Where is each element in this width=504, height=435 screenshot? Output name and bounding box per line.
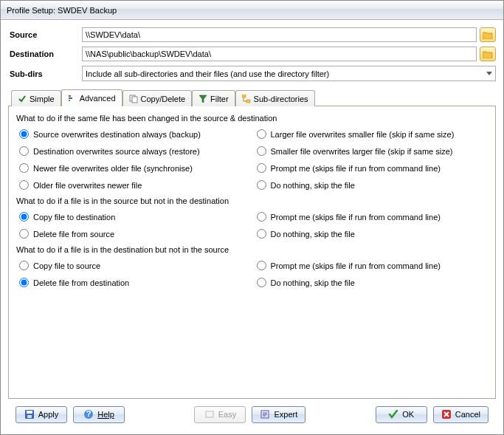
tab-label: Advanced bbox=[80, 94, 116, 103]
browse-destination-button[interactable] bbox=[480, 47, 496, 61]
folder-icon bbox=[483, 31, 493, 39]
funnel-icon bbox=[199, 95, 207, 103]
radio-copy-to-dest[interactable]: Copy file to destination bbox=[15, 208, 252, 225]
radio-input[interactable] bbox=[19, 261, 29, 270]
tab-copydelete[interactable]: Copy/Delete bbox=[122, 90, 193, 106]
subdirs-row: Sub-dirs Include all sub-directories and… bbox=[8, 66, 496, 81]
button-label: Cancel bbox=[455, 410, 480, 419]
radio-newer-overwrites[interactable]: Newer file overwrites older file (synchr… bbox=[15, 160, 252, 177]
radio-label: Delete file from source bbox=[33, 230, 114, 239]
radio-label: Do nothing, skip the file bbox=[271, 278, 355, 287]
radio-input[interactable] bbox=[19, 278, 29, 287]
expert-icon bbox=[260, 409, 270, 419]
conflict-radios: Source overwrites destination always (ba… bbox=[15, 126, 489, 193]
radio-destination-overwrites[interactable]: Destination overwrites source always (re… bbox=[15, 143, 252, 160]
radio-source-overwrites[interactable]: Source overwrites destination always (ba… bbox=[15, 126, 252, 143]
cancel-button[interactable]: Cancel bbox=[433, 406, 489, 423]
radio-input[interactable] bbox=[19, 163, 29, 173]
easy-button: Easy bbox=[194, 406, 246, 423]
svg-rect-5 bbox=[242, 95, 246, 97]
expert-button[interactable]: Expert bbox=[252, 406, 305, 423]
radio-input[interactable] bbox=[19, 212, 29, 222]
radio-label: Older file overwrites newer file bbox=[33, 181, 142, 190]
radio-input[interactable] bbox=[257, 129, 266, 139]
dest-only-radios: Copy file to source Delete file from des… bbox=[15, 257, 489, 291]
advanced-panel: What to do if the same file has been cha… bbox=[8, 106, 496, 399]
radio-input[interactable] bbox=[19, 146, 29, 156]
dest-only-col-left: Copy file to source Delete file from des… bbox=[15, 257, 252, 291]
button-label: Expert bbox=[274, 410, 297, 419]
profile-setup-window: Profile Setup: SWDEV Backup Source \\SWD… bbox=[0, 0, 504, 435]
chevron-down-icon bbox=[486, 72, 492, 75]
radio-input[interactable] bbox=[257, 163, 266, 173]
radio-copy-to-source[interactable]: Copy file to source bbox=[15, 257, 252, 274]
radio-older-overwrites[interactable]: Older file overwrites newer file bbox=[15, 177, 252, 193]
source-only-col-right: Prompt me (skips file if run from comman… bbox=[252, 208, 490, 242]
svg-rect-8 bbox=[27, 411, 32, 414]
conflict-col-left: Source overwrites destination always (ba… bbox=[15, 126, 252, 193]
radio-input[interactable] bbox=[19, 229, 29, 239]
button-label: Apply bbox=[38, 410, 59, 419]
svg-rect-2 bbox=[69, 100, 70, 101]
svg-rect-4 bbox=[132, 97, 137, 103]
destination-input[interactable]: \\NAS\public\backup\SWDEV\data\ bbox=[82, 47, 477, 61]
radio-smaller-overwrites[interactable]: Smaller file overwrites larger file (ski… bbox=[252, 143, 490, 160]
radio-prompt-conflict[interactable]: Prompt me (skips file if run from comman… bbox=[252, 160, 490, 177]
radio-prompt-source-only[interactable]: Prompt me (skips file if run from comman… bbox=[252, 208, 490, 225]
radio-skip-conflict[interactable]: Do nothing, skip the file bbox=[252, 177, 490, 193]
radio-input[interactable] bbox=[257, 278, 266, 287]
destination-label: Destination bbox=[8, 49, 82, 58]
tab-label: Copy/Delete bbox=[141, 95, 186, 103]
radio-label: Destination overwrites source always (re… bbox=[33, 147, 200, 156]
radio-skip-dest-only[interactable]: Do nothing, skip the file bbox=[252, 274, 490, 291]
check-icon bbox=[18, 95, 27, 103]
svg-rect-9 bbox=[27, 415, 32, 418]
radio-label: Source overwrites destination always (ba… bbox=[33, 130, 201, 139]
radio-label: Do nothing, skip the file bbox=[271, 230, 355, 239]
easy-icon bbox=[204, 409, 215, 419]
radio-prompt-dest-only[interactable]: Prompt me (skips file if run from comman… bbox=[252, 257, 490, 274]
svg-text:?: ? bbox=[86, 409, 92, 418]
help-button[interactable]: ? Help bbox=[73, 406, 125, 423]
apply-button[interactable]: Apply bbox=[15, 406, 67, 423]
svg-rect-6 bbox=[246, 100, 250, 103]
radio-label: Delete file from destination bbox=[33, 278, 129, 287]
radio-delete-from-dest[interactable]: Delete file from destination bbox=[15, 274, 252, 291]
radio-label: Prompt me (skips file if run from comman… bbox=[271, 164, 441, 173]
svg-rect-1 bbox=[69, 97, 72, 99]
tab-simple[interactable]: Simple bbox=[11, 90, 61, 106]
source-label: Source bbox=[8, 30, 82, 39]
subdirs-selected: Include all sub-directories and their fi… bbox=[86, 69, 329, 78]
tab-advanced[interactable]: Advanced bbox=[61, 89, 122, 106]
button-label: OK bbox=[402, 410, 414, 419]
section-source-only-heading: What to do if a file is in the source bu… bbox=[15, 193, 489, 208]
radio-input[interactable] bbox=[257, 229, 266, 239]
browse-source-button[interactable] bbox=[480, 27, 496, 42]
radio-input[interactable] bbox=[257, 261, 266, 270]
button-label: Help bbox=[97, 410, 114, 419]
tab-subdirectories[interactable]: Sub-directories bbox=[235, 90, 315, 106]
save-icon bbox=[24, 409, 35, 419]
destination-row: Destination \\NAS\public\backup\SWDEV\da… bbox=[8, 47, 496, 61]
sliders-icon bbox=[68, 94, 77, 103]
source-row: Source \\SWDEV\data\ bbox=[8, 27, 496, 42]
radio-larger-overwrites[interactable]: Larger file overwrites smaller file (ski… bbox=[252, 126, 490, 143]
radio-input[interactable] bbox=[19, 129, 29, 139]
radio-input[interactable] bbox=[257, 146, 266, 156]
tab-filter[interactable]: Filter bbox=[192, 90, 235, 106]
subdirs-dropdown[interactable]: Include all sub-directories and their fi… bbox=[82, 66, 496, 81]
button-bar: Apply ? Help Easy Expert OK Canc bbox=[8, 399, 496, 430]
radio-input[interactable] bbox=[257, 180, 266, 190]
ok-button[interactable]: OK bbox=[376, 406, 427, 423]
folder-icon bbox=[483, 50, 493, 58]
source-input[interactable]: \\SWDEV\data\ bbox=[82, 27, 477, 42]
radio-input[interactable] bbox=[19, 180, 29, 190]
radio-label: Copy file to destination bbox=[33, 213, 115, 222]
tab-label: Sub-directories bbox=[254, 95, 308, 103]
radio-delete-from-source[interactable]: Delete file from source bbox=[15, 225, 252, 242]
check-icon bbox=[388, 409, 398, 419]
radio-skip-source-only[interactable]: Do nothing, skip the file bbox=[252, 225, 490, 242]
radio-input[interactable] bbox=[257, 212, 266, 222]
subdirs-label: Sub-dirs bbox=[8, 69, 82, 78]
source-only-radios: Copy file to destination Delete file fro… bbox=[15, 208, 489, 242]
